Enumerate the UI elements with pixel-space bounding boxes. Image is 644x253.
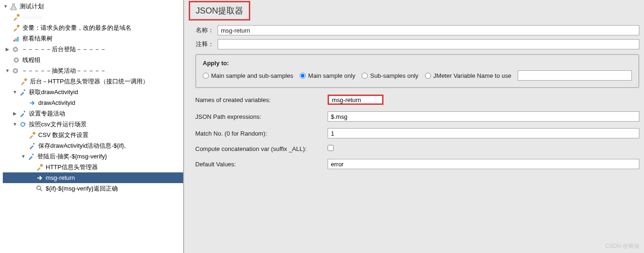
tree-node-separator-login[interactable]: ▶ －－－－－后台登陆－－－－－ xyxy=(3,44,183,55)
svg-point-1 xyxy=(17,25,20,27)
dropper-icon xyxy=(19,109,27,118)
chevron-down-icon[interactable]: ▼ xyxy=(5,68,10,73)
arrow-right-icon xyxy=(35,174,44,182)
editor-pane: JSON提取器 名称： 注释： Apply to: Main sample an… xyxy=(184,0,644,253)
svg-rect-13 xyxy=(24,111,25,112)
test-plan-tree: ▼ 测试计划 ············ 变量：请求头的变量，改的最多的是域名 察… xyxy=(0,0,183,194)
magnifier-icon xyxy=(35,185,44,193)
dropper-icon xyxy=(27,152,35,161)
dropper-icon xyxy=(28,142,36,150)
jmeter-var-input[interactable] xyxy=(518,70,632,81)
names-label: Names of created variables: xyxy=(195,96,328,103)
tree-node-variables[interactable]: 变量：请求头的变量，改的最多的是域名 xyxy=(3,22,183,33)
svg-point-8 xyxy=(15,59,17,61)
radio-label: Main sample only xyxy=(308,72,355,79)
apply-to-label: Apply to: xyxy=(203,60,632,67)
tree-label: drawActivityid xyxy=(38,99,75,106)
tree-pane: ▼ 测试计划 ············ 变量：请求头的变量，改的最多的是域名 察… xyxy=(0,0,184,253)
chevron-down-icon[interactable]: ▼ xyxy=(12,89,18,95)
tree-node-verify-correct[interactable]: ${if}-${msg-verify}返回正确 xyxy=(3,183,183,194)
radio-main-and-sub[interactable]: Main sample and sub-samples xyxy=(203,72,293,79)
radio-main-only[interactable]: Main sample only xyxy=(300,72,355,79)
gear-icon xyxy=(11,67,20,75)
radio-label: Main sample and sub-samples xyxy=(211,72,293,79)
tree-label: CSV 数据文件设置 xyxy=(38,131,89,139)
tree-label: HTTP信息头管理器 xyxy=(45,163,98,171)
matchno-label: Match No. (0 for Random): xyxy=(195,130,328,137)
tree-label: 察看结果树 xyxy=(22,34,53,43)
svg-point-18 xyxy=(37,186,41,190)
jsonpath-label: JSON Path expressions: xyxy=(195,113,328,120)
wrench-icon xyxy=(12,24,21,32)
apply-to-group: Apply to: Main sample and sub-samples Ma… xyxy=(195,54,639,88)
tree-node-csv-data[interactable]: CSV 数据文件设置 xyxy=(3,130,183,140)
tree-label: ${if}-${msg-verify}返回正确 xyxy=(45,185,118,193)
svg-point-17 xyxy=(40,164,43,167)
tree-label: 按照csv文件运行场景 xyxy=(28,120,87,129)
svg-point-10 xyxy=(14,70,16,72)
tree-node-blurred[interactable]: ············ xyxy=(3,12,183,22)
tree-node-separator-lottery[interactable]: ▼ －－－－－抽奖活动－－－－－ xyxy=(3,65,183,76)
names-input[interactable] xyxy=(328,95,384,105)
tree-node-draw-id[interactable]: drawActivityid xyxy=(3,97,183,108)
svg-point-6 xyxy=(14,48,16,50)
loop-icon xyxy=(19,120,27,129)
svg-point-11 xyxy=(24,78,27,81)
tree-node-thread-group[interactable]: 线程组 xyxy=(3,55,183,65)
tree-label: 保存drawActivityid活动信息-${if}, xyxy=(38,142,126,150)
tree-label: msg-return xyxy=(45,174,75,181)
svg-point-0 xyxy=(17,14,20,17)
tree-node-get-draw[interactable]: ▼ 获取drawActivityid xyxy=(3,87,183,97)
tree-label: －－－－－抽奖活动－－－－－ xyxy=(21,67,106,75)
tree-node-http-header-mgr-2[interactable]: HTTP信息头管理器 xyxy=(3,162,183,172)
wrench-icon xyxy=(35,163,44,171)
svg-rect-12 xyxy=(24,89,25,91)
svg-point-14 xyxy=(33,132,35,135)
svg-rect-2 xyxy=(14,40,15,41)
radio-jmeter-var[interactable]: JMeter Variable Name to use xyxy=(425,72,511,79)
concat-checkbox[interactable] xyxy=(328,145,334,151)
radio-input[interactable] xyxy=(300,73,306,79)
tree-node-save-draw[interactable]: 保存drawActivityid活动信息-${if}, xyxy=(3,140,183,151)
tree-node-set-topic[interactable]: ▶ 设置专题活动 xyxy=(3,108,183,119)
radio-label: JMeter Variable Name to use xyxy=(433,72,511,79)
chevron-down-icon[interactable]: ▼ xyxy=(21,154,26,159)
name-input[interactable] xyxy=(218,25,639,35)
tree-label-blurred: ············ xyxy=(22,14,42,21)
concat-label: Compute concatenation var (suffix _ALL): xyxy=(195,145,328,152)
jsonpath-input[interactable] xyxy=(328,111,639,122)
extractor-fields: Names of created variables: JSON Path ex… xyxy=(195,95,639,169)
radio-input[interactable] xyxy=(362,73,368,79)
tree-node-http-header-mgr-1[interactable]: 后台－HTTP信息头管理器（接口统一调用） xyxy=(3,76,183,87)
gear-icon xyxy=(11,45,20,54)
default-label: Default Values: xyxy=(195,161,328,168)
wrench-icon xyxy=(28,131,36,139)
tree-root[interactable]: ▼ 测试计划 xyxy=(3,1,183,12)
dropper-icon xyxy=(19,88,27,96)
arrow-right-icon xyxy=(28,99,36,107)
tree-node-csv-scene[interactable]: ▼ 按照csv文件运行场景 xyxy=(3,119,183,130)
gear-icon xyxy=(12,56,21,64)
tree-node-view-results[interactable]: 察看结果树 xyxy=(3,33,183,44)
radio-sub-only[interactable]: Sub-samples only xyxy=(362,72,418,79)
svg-rect-15 xyxy=(33,143,34,144)
tree-label: 后台－HTTP信息头管理器（接口统一调用） xyxy=(29,77,149,86)
default-input[interactable] xyxy=(328,159,639,169)
matchno-input[interactable] xyxy=(328,128,639,138)
wrench-icon xyxy=(12,13,21,21)
tree-node-msg-return[interactable]: msg-return xyxy=(3,172,183,183)
chevron-down-icon[interactable]: ▼ xyxy=(3,4,8,9)
chevron-down-icon[interactable]: ▼ xyxy=(12,122,18,127)
tree-label: －－－－－后台登陆－－－－－ xyxy=(21,45,106,54)
tree-node-login-after[interactable]: ▼ 登陆后-抽奖-${msg-verify} xyxy=(3,151,183,162)
radio-input[interactable] xyxy=(425,73,431,79)
tree-label: 变量：请求头的变量，改的最多的是域名 xyxy=(22,24,131,32)
chevron-right-icon[interactable]: ▶ xyxy=(5,47,10,52)
chevron-right-icon[interactable]: ▶ xyxy=(12,111,18,116)
tree-label: 获取drawActivityid xyxy=(28,88,78,96)
panel-title: JSON提取器 xyxy=(189,1,250,21)
radio-input[interactable] xyxy=(203,73,209,79)
radio-label: Sub-samples only xyxy=(370,72,418,79)
comment-input[interactable] xyxy=(218,39,639,49)
tree-label: 设置专题活动 xyxy=(28,109,65,118)
